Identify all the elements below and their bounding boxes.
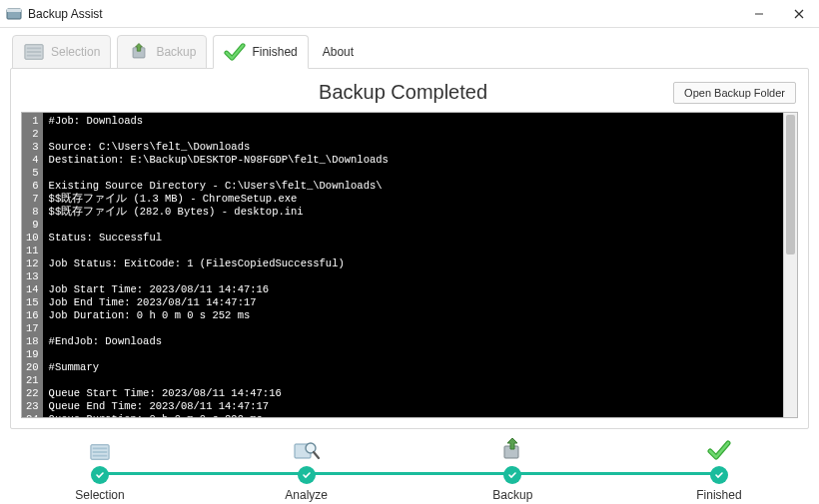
app-icon bbox=[6, 6, 22, 22]
drive-icon bbox=[82, 432, 118, 462]
minimize-button[interactable] bbox=[739, 0, 779, 28]
backup-icon bbox=[494, 432, 530, 462]
svg-rect-6 bbox=[27, 47, 42, 49]
magnifier-icon bbox=[289, 432, 325, 462]
drive-icon bbox=[23, 41, 45, 63]
panel-header: Backup Completed Open Backup Folder bbox=[21, 77, 798, 112]
tab-finished[interactable]: Finished bbox=[213, 35, 308, 69]
step-finished: Finished bbox=[659, 432, 779, 502]
step-label: Analyze bbox=[285, 488, 328, 502]
step-selection: Selection bbox=[40, 432, 160, 502]
window-title: Backup Assist bbox=[28, 7, 103, 21]
step-dot bbox=[91, 466, 109, 484]
step-label: Selection bbox=[75, 488, 124, 502]
step-dot bbox=[298, 466, 316, 484]
svg-rect-11 bbox=[93, 447, 108, 449]
svg-rect-13 bbox=[93, 455, 108, 457]
svg-rect-8 bbox=[27, 55, 42, 57]
progress-track bbox=[100, 472, 719, 475]
svg-rect-1 bbox=[7, 9, 21, 12]
log-output: #Job: DownloadsSource: C:\Users\felt_\Do… bbox=[43, 113, 783, 417]
step-backup: Backup bbox=[452, 432, 572, 502]
tab-finished-label: Finished bbox=[252, 45, 297, 59]
close-button[interactable] bbox=[779, 0, 819, 28]
checkmark-icon bbox=[224, 41, 246, 63]
page-title: Backup Completed bbox=[133, 81, 673, 104]
titlebar: Backup Assist bbox=[0, 0, 819, 28]
open-backup-folder-button[interactable]: Open Backup Folder bbox=[673, 82, 796, 104]
scrollbar[interactable] bbox=[783, 113, 797, 417]
step-tracker: Selection Analyze Backup Finished bbox=[10, 429, 809, 497]
tab-selection[interactable]: Selection bbox=[12, 35, 111, 69]
tab-backup[interactable]: Backup bbox=[117, 35, 207, 69]
finished-panel: Backup Completed Open Backup Folder 1234… bbox=[10, 68, 809, 429]
scrollbar-thumb[interactable] bbox=[786, 115, 795, 254]
step-label: Backup bbox=[492, 488, 532, 502]
svg-rect-12 bbox=[93, 451, 108, 453]
step-dot bbox=[710, 466, 728, 484]
log-console: 1234567891011121314151617181920212223242… bbox=[21, 112, 798, 418]
tab-backup-label: Backup bbox=[156, 45, 196, 59]
tab-about-label: About bbox=[323, 45, 354, 59]
backup-icon bbox=[128, 41, 150, 63]
tab-about[interactable]: About bbox=[315, 35, 362, 69]
svg-rect-7 bbox=[27, 51, 42, 53]
tab-bar: Selection Backup Finished About bbox=[12, 34, 809, 68]
step-dot bbox=[503, 466, 521, 484]
svg-line-16 bbox=[314, 452, 319, 458]
checkmark-icon bbox=[701, 432, 737, 462]
line-gutter: 1234567891011121314151617181920212223242… bbox=[22, 113, 43, 417]
step-label: Finished bbox=[696, 488, 741, 502]
step-analyze: Analyze bbox=[247, 432, 367, 502]
tab-selection-label: Selection bbox=[51, 45, 100, 59]
